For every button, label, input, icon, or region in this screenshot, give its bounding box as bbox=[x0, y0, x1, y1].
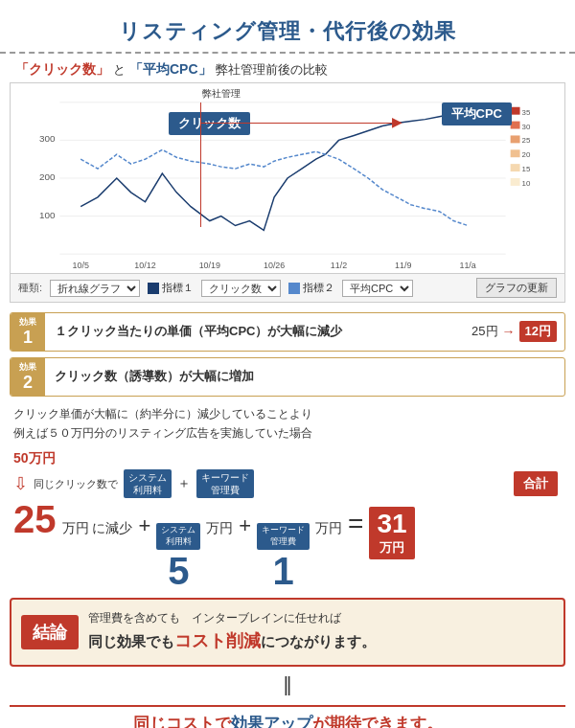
chart-controls: 種類: 折れ線グラフ 指標１ クリック数 指標２ 平均CPC グラフの更新 bbox=[10, 274, 565, 303]
bottom-pre: 同じコストで bbox=[133, 715, 231, 728]
header-section: リスティング管理・代行後の効果 bbox=[0, 0, 575, 54]
svg-rect-23 bbox=[511, 164, 520, 171]
effect-num-1: 1 bbox=[23, 329, 33, 348]
ind2-box: 指標２ bbox=[288, 281, 334, 295]
mgmt-line bbox=[200, 102, 201, 227]
sys-label1: システム bbox=[128, 472, 167, 483]
subtitle-rest: 弊社管理前後の比較 bbox=[216, 61, 328, 79]
plus1-op: + bbox=[138, 513, 150, 538]
svg-text:11/a: 11/a bbox=[459, 261, 475, 270]
ind2-select[interactable]: 平均CPC bbox=[342, 280, 413, 297]
bottom-line: 同じコストで効果アップが期待できます。 bbox=[10, 705, 565, 728]
conclusion-line2-post: につながります。 bbox=[261, 633, 376, 649]
page-title: リスティング管理・代行後の効果 bbox=[10, 17, 565, 46]
same-click-label: 同じクリック数で bbox=[34, 477, 118, 491]
effect-label-2: 効果 2 bbox=[11, 358, 45, 396]
mgmt-annotation: 弊社管理 ▶ bbox=[200, 87, 402, 129]
big-num-3: 1 bbox=[272, 552, 293, 590]
desc-section: クリック単価が大幅に（約半分に）減少していることより 例えば５０万円分のリスティ… bbox=[13, 404, 562, 444]
update-button[interactable]: グラフの更新 bbox=[476, 278, 557, 298]
ind1-label: 指標１ bbox=[162, 281, 194, 295]
ind2-color bbox=[288, 283, 300, 294]
unit1: 万円 に減少 bbox=[62, 520, 133, 537]
type-label: 種類: bbox=[18, 281, 42, 295]
total-val: 31 bbox=[377, 510, 406, 539]
plus1-small: ＋ bbox=[177, 475, 191, 492]
effect-text-2: クリック数（誘導数）が大幅に増加 bbox=[45, 364, 564, 389]
ind1-box: 指標１ bbox=[148, 281, 194, 295]
conclusion-line2-pre: 同じ効果でも bbox=[88, 633, 174, 649]
svg-text:15: 15 bbox=[522, 165, 531, 173]
effect-num-2: 2 bbox=[23, 374, 33, 393]
arrow-head: ▶ bbox=[392, 114, 402, 129]
subtitle-click: 「クリック数」 bbox=[15, 61, 109, 79]
total-unit: 万円 bbox=[380, 539, 404, 557]
calc-section: 50万円 ⇩ 同じクリック数で システム 利用料 ＋ キーワード 管理費 合計 … bbox=[13, 450, 562, 589]
desc-line2: 例えば５０万円分のリスティング広告を実施していた場合 bbox=[13, 423, 562, 443]
sys-calc: システム 利用料 5 bbox=[156, 523, 200, 589]
big-num-1: 25 bbox=[13, 500, 57, 538]
svg-text:30: 30 bbox=[522, 123, 531, 131]
svg-text:200: 200 bbox=[39, 171, 56, 182]
svg-rect-25 bbox=[511, 178, 520, 186]
svg-text:10/12: 10/12 bbox=[134, 261, 155, 270]
kw-box-calc: キーワード 管理費 bbox=[257, 523, 310, 549]
total-box: 31 万円 bbox=[369, 507, 414, 559]
sys-box: システム 利用料 bbox=[124, 469, 172, 498]
equals-sign: = bbox=[348, 509, 363, 539]
chart-container: 弊社管理 ▶ クリック数 平均CPC 300 200 100 10/5 10/1… bbox=[10, 82, 565, 274]
type-select[interactable]: 折れ線グラフ bbox=[50, 280, 140, 297]
conclusion-red: コスト削減 bbox=[174, 631, 261, 650]
svg-text:25: 25 bbox=[522, 136, 531, 145]
effect-section: 効果 1 １クリック当たりの単価（平均CPC）が大幅に減少 25円 → 12円 … bbox=[10, 312, 565, 397]
ind2-label: 指標２ bbox=[303, 281, 334, 295]
ind1-select[interactable]: クリック数 bbox=[201, 280, 281, 297]
subtitle-and: と bbox=[113, 61, 126, 79]
subtitle-cpc: 「平均CPC」 bbox=[129, 61, 212, 79]
unit2: 万円 bbox=[206, 520, 233, 537]
effect-label-1: 効果 1 bbox=[11, 313, 45, 351]
svg-rect-19 bbox=[511, 135, 520, 143]
desc-line1: クリック単価が大幅に（約半分に）減少していることより bbox=[13, 404, 562, 423]
svg-text:10/5: 10/5 bbox=[73, 261, 89, 270]
kw-label1: キーワード bbox=[201, 472, 249, 483]
price-from: 25円 bbox=[472, 323, 497, 340]
bottom-post: が期待できます。 bbox=[312, 715, 443, 728]
svg-rect-15 bbox=[511, 107, 520, 115]
svg-text:20: 20 bbox=[522, 150, 531, 159]
vertical-equal: ‖ bbox=[0, 672, 575, 695]
mgmt-arrow-row: ▶ bbox=[200, 101, 402, 129]
conclusion-text: 管理費を含めても インターブレインに任せれば 同じ効果でもコスト削減につながりま… bbox=[88, 609, 376, 655]
bottom-blue: 効果アップ bbox=[231, 715, 312, 728]
ind1-color bbox=[148, 283, 159, 294]
kw-calc: キーワード 管理費 1 bbox=[257, 523, 310, 589]
price-to: 12円 bbox=[519, 321, 557, 342]
effect-row-1: 効果 1 １クリック当たりの単価（平均CPC）が大幅に減少 25円 → 12円 bbox=[10, 312, 565, 352]
effect-text-1: １クリック当たりの単価（平均CPC）が大幅に減少 bbox=[45, 319, 472, 344]
price-start: 50万円 bbox=[13, 450, 562, 467]
svg-text:11/2: 11/2 bbox=[331, 261, 347, 270]
sys-box-calc: システム 利用料 bbox=[156, 523, 200, 549]
calc-note-row: ⇩ 同じクリック数で システム 利用料 ＋ キーワード 管理費 合計 bbox=[13, 469, 562, 498]
subtitle-row: 「クリック数」 と 「平均CPC」 弊社管理前後の比較 bbox=[0, 54, 575, 82]
plus2-op: + bbox=[239, 513, 251, 538]
vertical-equal-wrapper: ‖ bbox=[0, 672, 575, 695]
arrow-right: → bbox=[502, 324, 516, 339]
svg-rect-21 bbox=[511, 149, 520, 157]
double-arrow: ⇩ bbox=[13, 473, 28, 494]
total-label-top: 合計 bbox=[514, 471, 558, 496]
svg-text:10: 10 bbox=[522, 179, 531, 188]
svg-text:11/9: 11/9 bbox=[395, 261, 411, 270]
svg-rect-17 bbox=[511, 122, 520, 129]
effect-label-text-2: 効果 bbox=[19, 361, 36, 374]
conclusion-badge: 結論 bbox=[21, 615, 79, 649]
unit3: 万円 bbox=[315, 520, 342, 537]
kw-box: キーワード 管理費 bbox=[196, 469, 254, 498]
mgmt-label: 弊社管理 bbox=[202, 87, 241, 101]
svg-text:10/19: 10/19 bbox=[199, 261, 220, 270]
kw-label2: 管理費 bbox=[211, 485, 240, 495]
mgmt-horiz-line bbox=[200, 123, 392, 124]
cpc-badge: 平均CPC bbox=[442, 102, 512, 125]
effect-row-2: 効果 2 クリック数（誘導数）が大幅に増加 bbox=[10, 357, 565, 397]
conclusion-main: 同じ効果でもコスト削減につながります。 bbox=[88, 627, 376, 655]
